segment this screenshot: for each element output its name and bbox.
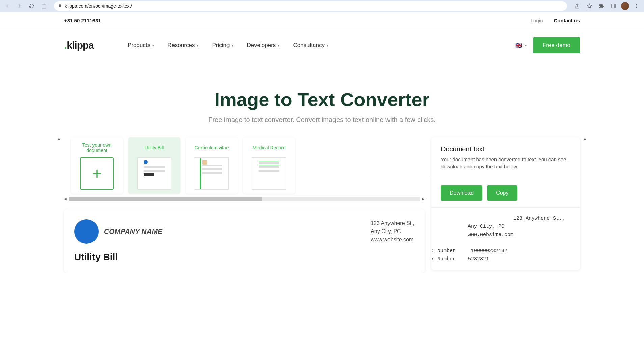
nav-developers[interactable]: Developers▾ (247, 42, 279, 49)
chevron-down-icon: ▾ (232, 44, 233, 47)
contact-link[interactable]: Contact us (554, 18, 580, 23)
result-panel: ▲ Document text Your document has been c… (431, 137, 580, 270)
company-address: 123 Anywhere St., Any City, PC www.websi… (371, 219, 414, 244)
extensions-icon[interactable] (597, 1, 606, 11)
panel-icon[interactable] (609, 1, 618, 11)
nav-label: Consultancy (293, 42, 325, 49)
chevron-down-icon: ▾ (327, 44, 328, 47)
plus-icon: + (92, 164, 102, 183)
nav-label: Resources (167, 42, 195, 49)
upload-thumbnail: + (80, 157, 114, 190)
lock-icon (58, 3, 62, 9)
share-icon[interactable] (572, 1, 582, 11)
language-selector[interactable]: 🇬🇧 ▾ (515, 42, 527, 49)
star-icon[interactable] (585, 1, 594, 11)
doc-thumbnail (195, 157, 229, 190)
svg-rect-0 (612, 4, 616, 8)
page-subtitle: Free image to text converter. Convert im… (7, 116, 637, 124)
address-line: www.website.com (371, 236, 414, 244)
browser-toolbar: klippa.com/en/ocr/image-to-text/ (0, 0, 644, 12)
svg-point-2 (636, 4, 637, 5)
logo[interactable]: .klippa (64, 40, 94, 51)
company-logo-icon (74, 219, 99, 244)
nav-consultancy[interactable]: Consultancy▾ (293, 42, 328, 49)
card-label: Utility Bill (131, 141, 178, 154)
reload-button[interactable] (27, 1, 36, 11)
upload-card[interactable]: Test your own document + (71, 137, 123, 194)
profile-avatar[interactable] (621, 2, 629, 10)
left-panel: ▲ Test your own document + Utility Bill (64, 137, 425, 273)
copy-button[interactable]: Copy (487, 185, 517, 201)
doc-thumbnail (137, 157, 171, 190)
company-name: COMPANY NAME (104, 227, 162, 236)
card-label: Test your own document (74, 141, 120, 154)
chevron-down-icon: ▾ (525, 44, 527, 47)
nav-products[interactable]: Products▾ (128, 42, 154, 49)
nav-resources[interactable]: Resources▾ (167, 42, 198, 49)
result-description: Your document has been converted to text… (441, 156, 570, 170)
cv-card[interactable]: Curriculum vitae (186, 137, 238, 194)
free-demo-button[interactable]: Free demo (533, 37, 580, 53)
nav-label: Developers (247, 42, 276, 49)
scroll-left-icon[interactable]: ◀ (64, 197, 67, 201)
chevron-down-icon: ▾ (278, 44, 279, 47)
chevron-down-icon: ▾ (197, 44, 198, 47)
document-preview: COMPANY NAME 123 Anywhere St., Any City,… (64, 209, 425, 273)
nav-label: Pricing (212, 42, 230, 49)
back-button (3, 1, 12, 11)
address-line: Any City, PC (371, 227, 414, 236)
result-title: Document text (441, 145, 570, 153)
card-label: Medical Record (246, 141, 292, 154)
medical-card[interactable]: Medical Record (243, 137, 295, 194)
hero-section: Image to Text Converter Free image to te… (0, 62, 644, 137)
login-link[interactable]: Login (531, 18, 543, 23)
download-button[interactable]: Download (441, 185, 482, 201)
address-bar[interactable]: klippa.com/en/ocr/image-to-text/ (54, 1, 567, 11)
url-text: klippa.com/en/ocr/image-to-text/ (65, 3, 132, 9)
scroll-up-icon[interactable]: ▲ (583, 137, 587, 140)
scroll-thumb[interactable] (69, 197, 262, 201)
doc-thumbnail (252, 157, 286, 190)
menu-icon[interactable] (632, 1, 641, 11)
page-title: Image to Text Converter (7, 89, 637, 111)
home-button[interactable] (39, 1, 49, 11)
utility-bar: +31 50 2111631 Login Contact us (0, 12, 644, 29)
nav-pricing[interactable]: Pricing▾ (212, 42, 233, 49)
card-label: Curriculum vitae (188, 141, 235, 154)
svg-point-4 (636, 7, 637, 8)
phone-number[interactable]: +31 50 2111631 (64, 18, 101, 23)
flag-icon: 🇬🇧 (515, 42, 522, 49)
scroll-up-icon[interactable]: ▲ (57, 137, 61, 140)
nav-label: Products (128, 42, 150, 49)
chevron-down-icon: ▾ (152, 44, 154, 47)
address-line: 123 Anywhere St., (371, 219, 414, 227)
main-navigation: .klippa Products▾ Resources▾ Pricing▾ De… (0, 29, 644, 62)
utility-bill-card[interactable]: Utility Bill (128, 137, 180, 194)
svg-point-3 (636, 6, 637, 7)
scroll-right-icon[interactable]: ▶ (422, 197, 425, 201)
horizontal-scrollbar[interactable] (69, 197, 420, 201)
document-title: Utility Bill (74, 252, 414, 263)
logo-text: klippa (66, 40, 94, 51)
forward-button[interactable] (15, 1, 24, 11)
extracted-text[interactable]: 123 Anywhere St., Any City, PC www.websi… (431, 208, 580, 270)
document-type-cards: Test your own document + Utility Bill (64, 137, 425, 197)
